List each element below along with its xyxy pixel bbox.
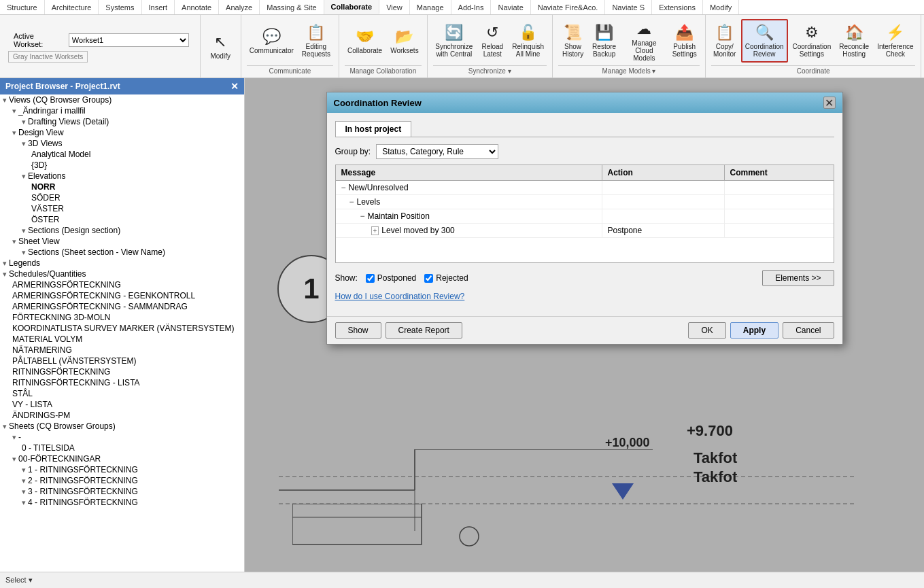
message-cell-4: + Level moved by 300 xyxy=(336,224,602,237)
sidebar-item[interactable]: ▾ Sheet View xyxy=(0,236,244,247)
ribbon-tab-insert[interactable]: Insert xyxy=(142,0,175,14)
sidebar-item[interactable]: ARMERINGSFÖRTECKNING xyxy=(0,279,244,290)
sidebar-item[interactable]: ▾ 3D Views xyxy=(0,138,244,149)
sidebar-item[interactable]: ÄNDRINGS-PM xyxy=(0,410,244,421)
ribbon-tab-addins[interactable]: Add-Ins xyxy=(451,0,492,14)
show-history-button[interactable]: 📜 ShowHistory xyxy=(558,19,588,63)
reload-latest-button[interactable]: ↺ ReloadLatest xyxy=(477,19,507,63)
worksets-button[interactable]: 📂 Worksets xyxy=(387,19,422,63)
sidebar-item[interactable]: ▾ Sections (Design section) xyxy=(0,225,244,236)
editing-requests-button[interactable]: 📋 EditingRequests xyxy=(298,19,334,63)
collaborate-button[interactable]: 🤝 Collaborate xyxy=(344,19,386,63)
ribbon-tab-collaborate[interactable]: Collaborate xyxy=(324,0,380,14)
ribbon-tab-naviate_fireaco[interactable]: Naviate Fire&Aco. xyxy=(531,0,606,14)
ribbon-tab-architecture[interactable]: Architecture xyxy=(45,0,99,14)
sidebar-item[interactable]: ▾ Elevations xyxy=(0,171,244,181)
sidebar-item[interactable]: ▾ Design View xyxy=(0,127,244,138)
sidebar-item[interactable]: ▾ Drafting Views (Detail) xyxy=(0,116,244,127)
rejected-checkbox-label[interactable]: Rejected xyxy=(424,273,468,283)
manage-cloud-models-button[interactable]: ☁ ManageCloud Models xyxy=(621,19,668,63)
ribbon-tab-naviate_s[interactable]: Naviate S xyxy=(605,0,652,14)
tree-item-label: ARMERINGSFÖRTECKNING xyxy=(12,280,121,290)
gray-inactive-worksets-button[interactable]: Gray Inactive Worksets xyxy=(8,51,88,63)
sidebar-item[interactable]: ▾ - xyxy=(0,432,244,443)
publish-settings-button[interactable]: 📤 PublishSettings xyxy=(669,19,700,63)
sidebar-item[interactable]: ▾ _Ändringar i mallfil xyxy=(0,105,244,116)
interference-check-button[interactable]: ⚡ InterferenceCheck xyxy=(874,19,917,63)
help-link[interactable]: How do I use Coordination Review? xyxy=(335,292,834,301)
sidebar-item[interactable]: ARMERINGSFÖRTECKNING - EGENKONTROLL xyxy=(0,290,244,301)
ribbon-tab-modify[interactable]: Modify xyxy=(703,0,739,14)
sidebar-item[interactable]: ▾ Sections (Sheet section - View Name) xyxy=(0,247,244,258)
sidebar-item[interactable]: Analytical Model xyxy=(0,149,244,160)
sidebar-item[interactable]: ▾ Legends xyxy=(0,258,244,269)
cancel-button[interactable]: Cancel xyxy=(783,322,834,339)
ok-button[interactable]: OK xyxy=(688,322,725,339)
copy-monitor-button[interactable]: 📋 Copy/Monitor xyxy=(710,19,740,63)
dialog-body: In host project Group by: Status, Catego… xyxy=(327,113,842,316)
ribbon-tab-structure[interactable]: Structure xyxy=(0,0,45,14)
group-by-select[interactable]: Status, Category, Rule xyxy=(376,144,498,159)
tree-expand-icon: ▾ xyxy=(22,139,28,148)
table-row[interactable]: − Levels xyxy=(336,195,834,209)
sidebar-item[interactable]: ▾ 4 - RITNINGSFÖRTECKNING xyxy=(0,497,244,508)
select-label[interactable]: Select ▾ xyxy=(5,576,33,585)
reconcile-hosting-button[interactable]: 🏠 ReconcileHosting xyxy=(836,19,872,63)
restore-backup-button[interactable]: 💾 RestoreBackup xyxy=(589,19,619,63)
sidebar-item[interactable]: FÖRTECKNING 3D-MOLN xyxy=(0,312,244,323)
sidebar-item[interactable]: ▾ Views (CQ Browser Groups) xyxy=(0,94,244,105)
ribbon-tab-annotate[interactable]: Annotate xyxy=(175,0,219,14)
sidebar-item[interactable]: ARMERINGSFÖRTECKNING - SAMMANDRAG xyxy=(0,301,244,312)
communicator-button[interactable]: 💬 Communicator xyxy=(246,19,297,63)
ribbon-tab-systems[interactable]: Systems xyxy=(99,0,141,14)
coordination-settings-button[interactable]: ⚙ CoordinationSettings xyxy=(789,19,835,63)
cloud-label: ManageCloud Models xyxy=(624,39,665,62)
dialog-tab-host-project[interactable]: In host project xyxy=(335,121,412,137)
ribbon-tab-extensions[interactable]: Extensions xyxy=(652,0,703,14)
sidebar-item[interactable]: KOORDINATLISTA SURVEY MARKER (VÄNSTERSYS… xyxy=(0,323,244,334)
sidebar-item[interactable]: ▾ 3 - RITNINGSFÖRTECKNING xyxy=(0,486,244,497)
workset-select[interactable]: Workset1 xyxy=(69,33,189,47)
relinquish-all-mine-button[interactable]: 🔓 RelinquishAll Mine xyxy=(509,19,547,63)
sidebar-item[interactable]: ÖSTER xyxy=(0,214,244,225)
sidebar-item[interactable]: MATERIAL VOLYM xyxy=(0,334,244,345)
sidebar-item[interactable]: RITNINGSFÖRTECKNING xyxy=(0,366,244,377)
sidebar-item[interactable]: ▾ Schedules/Quantities xyxy=(0,269,244,279)
ribbon-tab-analyze[interactable]: Analyze xyxy=(219,0,260,14)
sidebar-item[interactable]: SÖDER xyxy=(0,192,244,203)
sidebar-item[interactable]: RITNINGSFÖRTECKNING - LISTA xyxy=(0,377,244,388)
sidebar-item[interactable]: VÄSTER xyxy=(0,203,244,214)
table-row[interactable]: − Maintain Position xyxy=(336,209,834,224)
sidebar-item[interactable]: ▾ 00-FÖRTECKNINGAR xyxy=(0,453,244,464)
rejected-checkbox[interactable] xyxy=(424,274,433,283)
create-report-button[interactable]: Create Report xyxy=(386,322,462,339)
sidebar-item[interactable]: ▾ Sheets (CQ Browser Groups) xyxy=(0,421,244,432)
sidebar-item[interactable]: NÄTARMERING xyxy=(0,345,244,356)
coordination-review-button[interactable]: 🔍 CoordinationReview xyxy=(741,19,788,63)
sidebar-item[interactable]: VY - LISTA xyxy=(0,399,244,410)
sidebar-item[interactable]: 0 - TITELSIDA xyxy=(0,443,244,453)
ribbon-tab-view[interactable]: View xyxy=(379,0,410,14)
ribbon-tab-naviate[interactable]: Naviate xyxy=(491,0,530,14)
table-row[interactable]: + Level moved by 300 Postpone xyxy=(336,224,834,238)
table-row[interactable]: − New/Unresolved xyxy=(336,181,834,195)
sidebar-item[interactable]: {3D} xyxy=(0,160,244,171)
dialog-close-button[interactable]: ✕ xyxy=(823,97,836,109)
sidebar-item[interactable]: STÅL xyxy=(0,388,244,399)
modify-button[interactable]: ↖ Modify xyxy=(205,24,235,68)
ribbon-tab-manage[interactable]: Manage xyxy=(410,0,451,14)
elements-button[interactable]: Elements >> xyxy=(762,270,834,286)
ribbon-tab-massing__site[interactable]: Massing & Site xyxy=(260,0,324,14)
sidebar-item[interactable]: PÅLTABELL (VÄNSTERSYSTEM) xyxy=(0,356,244,366)
synchronize-central-button[interactable]: 🔄 Synchronizewith Central xyxy=(432,19,476,63)
sidebar-close-button[interactable]: ✕ xyxy=(230,81,239,92)
apply-button[interactable]: Apply xyxy=(730,322,778,339)
tree-expand-icon: ▾ xyxy=(3,96,9,104)
show-button[interactable]: Show xyxy=(335,322,381,339)
tree-item-label: Analytical Model xyxy=(31,150,90,159)
postponed-checkbox-label[interactable]: Postponed xyxy=(366,273,416,283)
postponed-checkbox[interactable] xyxy=(366,274,375,283)
sidebar-item[interactable]: ▾ 2 - RITNINGSFÖRTECKNING xyxy=(0,475,244,486)
sidebar-item[interactable]: NORR xyxy=(0,181,244,192)
sidebar-item[interactable]: ▾ 1 - RITNINGSFÖRTECKNING xyxy=(0,464,244,475)
